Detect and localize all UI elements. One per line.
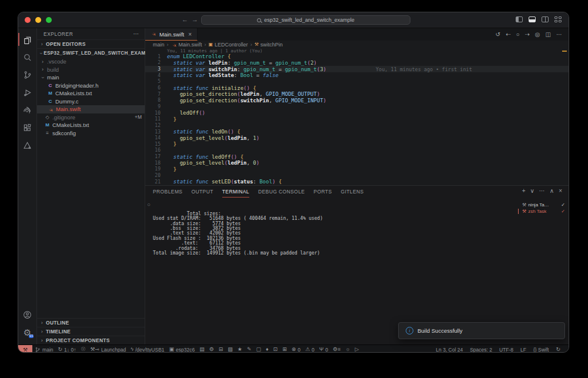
terminal-instance-zsh-task[interactable]: ⚒zsh Task✓ xyxy=(518,208,569,215)
tree-item-Dummy.c[interactable]: CDummy.c xyxy=(37,98,145,106)
status-espidf-tools-remote[interactable]: ⚒ xyxy=(18,345,32,353)
status-cursor-position[interactable]: Ln 3, Col 24 xyxy=(432,347,466,353)
close-tab-icon[interactable]: × xyxy=(188,31,192,38)
run-icon[interactable]: ◎ xyxy=(535,32,540,38)
code-line-13[interactable]: 13 static func ledOn() { xyxy=(145,129,569,135)
open-editors-section[interactable]: › OPEN EDITORS xyxy=(37,39,145,48)
breadcrumb-main[interactable]: main xyxy=(153,42,165,48)
tree-item-BridgingHeader.h[interactable]: CBridgingHeader.h xyxy=(37,82,145,90)
project-root-section[interactable]: › ESP32_SWIFT_LED_AND_SWITCH_EXAMPLE xyxy=(37,48,145,58)
panel-tab-ports[interactable]: PORTS xyxy=(313,186,332,198)
espressif-idf-icon[interactable] xyxy=(18,101,37,119)
nav-back-icon[interactable]: ← xyxy=(182,16,188,23)
code-editor[interactable]: You, 11 minutes ago | 1 author (You) 1en… xyxy=(145,48,569,185)
code-line-8[interactable]: 8 gpio_set_direction(switchPin, GPIO_MOD… xyxy=(145,97,569,103)
tree-item-CMakeLists.txt[interactable]: MCMakeLists.txt xyxy=(37,121,145,129)
code-line-11[interactable]: 11 } xyxy=(145,116,569,122)
status-language-mode[interactable]: {} Swift xyxy=(530,347,552,353)
tree-item-build[interactable]: ›build xyxy=(37,66,145,74)
breadcrumb-switchPin[interactable]: ⚒switchPin xyxy=(255,42,283,48)
code-line-14[interactable]: 14 gpio_set_level(ledPin, 1) xyxy=(145,135,569,141)
status-monitor-icon[interactable]: ▢ xyxy=(253,347,263,352)
open-changes-icon[interactable]: ○ xyxy=(516,32,519,38)
code-line-19[interactable]: 19 } xyxy=(145,166,569,173)
tree-item-CMakeLists.txt[interactable]: MCMakeLists.txt xyxy=(37,89,145,98)
status-launchpad[interactable]: ⚒⊸Launchpad xyxy=(88,347,128,353)
panel-tab-output[interactable]: OUTPUT xyxy=(191,186,213,198)
search-view-icon[interactable] xyxy=(18,48,37,66)
status-erase-flash-icon[interactable]: ▨ xyxy=(225,347,235,352)
status-git-sync[interactable]: ↻1↓ 0↑ xyxy=(56,347,79,353)
tree-item-Main.swift[interactable]: Main.swift xyxy=(37,105,145,113)
run-debug-icon[interactable] xyxy=(18,83,37,101)
code-line-18[interactable]: 18 gpio_set_level(ledPin, 0) xyxy=(145,160,569,166)
timeline-icon[interactable]: ↺ xyxy=(496,32,500,38)
split-editor-icon[interactable]: ◫ xyxy=(546,32,551,38)
breadcrumb-LEDController[interactable]: ▣LEDController xyxy=(209,42,248,48)
toggle-panel-icon[interactable] xyxy=(529,16,536,22)
tree-item-.vscode[interactable]: ›.vscode xyxy=(37,58,145,66)
code-line-15[interactable]: 15 } xyxy=(145,141,569,148)
explorer-more-actions-icon[interactable]: ⋯ xyxy=(133,31,140,37)
panel-tab-debug-console[interactable]: DEBUG CONSOLE xyxy=(258,186,305,198)
command-center-search[interactable]: esp32_swift_led_and_switch_example xyxy=(201,15,410,25)
code-line-4[interactable]: 4 static var ledState: Bool = false xyxy=(145,72,569,79)
status-build-flash-monitor-icon[interactable]: ♦ xyxy=(263,347,271,352)
zoom-window-button[interactable] xyxy=(46,17,52,23)
extensions-icon[interactable] xyxy=(18,119,37,136)
section-timeline[interactable]: ›TIMELINE xyxy=(37,327,145,336)
code-line-5[interactable]: 5 xyxy=(145,79,569,85)
gitlens-authorship[interactable]: You, 11 minutes ago | 1 author (You) xyxy=(145,48,569,53)
command-decoration-icon[interactable]: ○ xyxy=(148,202,150,207)
code-line-16[interactable]: 16 xyxy=(145,148,569,154)
next-change-icon[interactable]: ⇢ xyxy=(524,32,529,38)
code-line-2[interactable]: 2 static var ledPin: gpio_num_t = gpio_n… xyxy=(145,60,569,66)
section-project-components[interactable]: ›PROJECT COMPONENTS xyxy=(37,336,145,344)
code-line-3[interactable]: 3 static var switchPin: gpio_num_t = gpi… xyxy=(145,66,569,72)
code-line-12[interactable]: 12 xyxy=(145,122,569,129)
status-open-folder-icon[interactable]: ▤ xyxy=(197,347,207,352)
launch-profile-icon[interactable]: ∨ xyxy=(530,188,534,194)
code-line-9[interactable]: 9 xyxy=(145,103,569,110)
status-run-task-icon[interactable]: ▷ xyxy=(353,347,362,352)
close-panel-icon[interactable]: × xyxy=(559,188,562,194)
minimize-window-button[interactable] xyxy=(35,17,41,23)
status-sun-icon[interactable]: ☼ xyxy=(343,347,352,352)
status-warnings-count[interactable]: ⚠0 xyxy=(303,347,317,353)
toggle-sidebar-icon[interactable] xyxy=(516,16,523,22)
panel-tab-problems[interactable]: PROBLEMS xyxy=(153,186,182,198)
panel-tab-gitlens[interactable]: GITLENS xyxy=(340,186,363,198)
previous-change-icon[interactable]: ⇠ xyxy=(506,32,510,38)
code-line-17[interactable]: 17 static func ledOff() { xyxy=(145,153,569,160)
status-full-clean-icon[interactable]: ⊟ xyxy=(216,347,226,352)
tab-main-swift[interactable]: Main.swift × xyxy=(145,28,198,41)
status-indentation[interactable]: Spaces: 2 xyxy=(466,347,496,353)
code-line-7[interactable]: 7 gpio_set_direction(ledPin, GPIO_MODE_O… xyxy=(145,91,569,98)
code-line-1[interactable]: 1enum LEDController { xyxy=(145,53,569,60)
tree-item-sdkconfig[interactable]: ≡sdkconfig xyxy=(37,129,145,138)
code-line-20[interactable]: 20 xyxy=(145,172,569,179)
explorer-icon[interactable] xyxy=(18,31,37,48)
code-line-21[interactable]: 21 static func setLED(status: Bool) { xyxy=(145,179,569,185)
status-select-flash-method-icon[interactable]: ★ xyxy=(235,347,245,352)
maximize-panel-icon[interactable]: ∧ xyxy=(550,188,554,194)
status-menuconfig-gear-icon[interactable]: ⚙ xyxy=(207,347,216,352)
status-eol[interactable]: LF xyxy=(517,347,530,353)
more-actions-icon[interactable]: ⋯ xyxy=(556,32,562,38)
new-terminal-icon[interactable]: + xyxy=(522,188,526,194)
status-device-icon[interactable]: ☉ xyxy=(78,347,88,352)
status-device-target[interactable]: ▣esp32c6 xyxy=(167,347,198,353)
status-terminal-icon[interactable]: ⊡ xyxy=(271,347,280,352)
section-outline[interactable]: ›OUTLINE xyxy=(37,318,145,327)
accounts-icon[interactable] xyxy=(18,306,37,323)
nav-forward-icon[interactable]: → xyxy=(192,16,198,23)
code-line-10[interactable]: 10 ledOff() xyxy=(145,110,569,116)
cmake-view-icon[interactable] xyxy=(18,136,37,154)
status-encoding[interactable]: UTF-8 xyxy=(496,347,517,353)
status-errors-count[interactable]: ⊗0 xyxy=(289,347,303,353)
status-sync-icon[interactable]: ↻ xyxy=(552,347,564,352)
customize-layout-icon[interactable] xyxy=(554,16,562,22)
status-ports-count[interactable]: Ψ0 xyxy=(317,347,330,353)
panel-tab-terminal[interactable]: TERMINAL xyxy=(222,186,249,198)
settings-gear-icon[interactable]: ⚙ES xyxy=(18,323,37,341)
